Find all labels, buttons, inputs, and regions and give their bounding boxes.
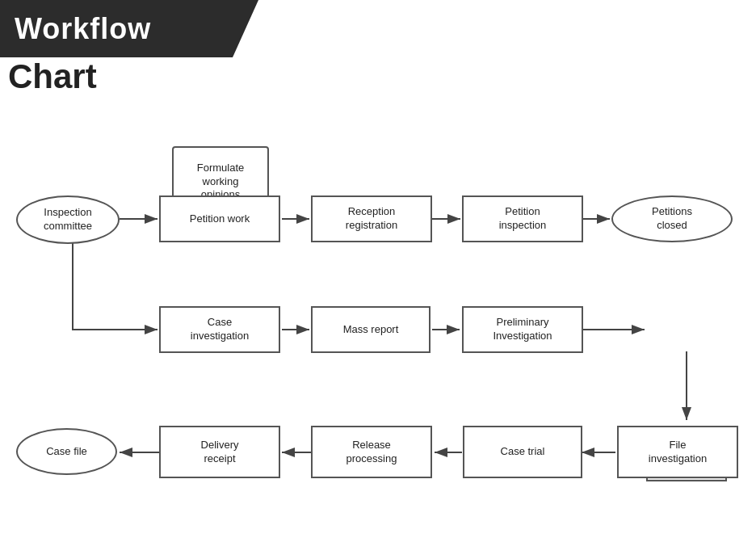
inspection-committee: Inspectioncommittee [16, 195, 120, 244]
petition-work: Petition work [159, 195, 280, 242]
petition-inspection: Petitioninspection [462, 195, 583, 242]
header-bar: Workflow [0, 0, 258, 57]
petitions-closed: Petitionsclosed [611, 195, 733, 242]
header-title: Workflow [15, 12, 151, 46]
file-investigation: Fileinvestigation [617, 426, 738, 478]
preliminary-investigation: PreliminaryInvestigation [462, 306, 583, 353]
case-file: Case file [16, 428, 117, 475]
release-processing: Releaseprocessing [311, 426, 432, 478]
reception-registration: Receptionregistration [311, 195, 432, 242]
mass-report: Mass report [311, 306, 430, 353]
case-investigation: Caseinvestigation [159, 306, 280, 353]
delivery-receipt: Deliveryreceipt [159, 426, 280, 478]
workflow-diagram: Workflow Chart [0, 0, 756, 538]
case-trial: Case trial [463, 426, 582, 478]
chart-subtitle: Chart [8, 57, 97, 96]
